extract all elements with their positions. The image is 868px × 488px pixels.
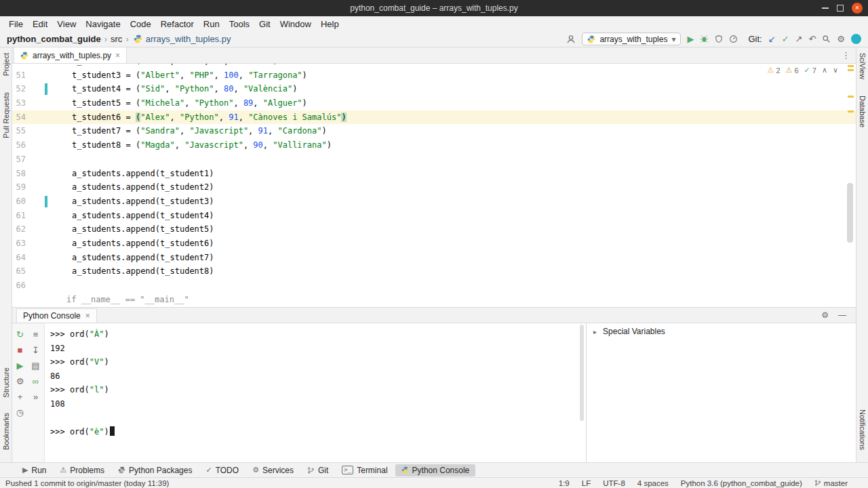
file-encoding[interactable]: UTF-8 bbox=[603, 479, 625, 487]
git-push-button[interactable]: ↗ bbox=[795, 35, 803, 43]
stop-icon[interactable]: ■ bbox=[12, 342, 28, 358]
console-output-line[interactable]: 192 bbox=[50, 342, 580, 356]
close-icon[interactable]: × bbox=[852, 3, 863, 14]
code-line-56[interactable]: 56t_student8 = ("Magda", "Javascript", 9… bbox=[12, 138, 856, 152]
chevron-right-icon[interactable]: ▸ bbox=[593, 328, 597, 336]
warning-stripe-mark[interactable] bbox=[848, 69, 854, 71]
toolwindow-python-packages[interactable]: Python Packages bbox=[112, 464, 198, 476]
menu-run[interactable]: Run bbox=[199, 16, 224, 31]
scroll-to-end-icon[interactable]: ↧ bbox=[28, 342, 43, 358]
sidebar-item-pull-requests[interactable]: Pull Requests bbox=[2, 92, 10, 138]
sidebar-item-project[interactable]: Project bbox=[2, 53, 10, 76]
console-output[interactable]: >>> ord("À")192>>> ord("V")86>>> ord("l"… bbox=[45, 323, 586, 462]
profiler-button[interactable] bbox=[729, 35, 738, 43]
breadcrumb-folder[interactable]: src bbox=[111, 34, 122, 44]
sidebar-item-database[interactable]: Database bbox=[859, 96, 867, 127]
tab-arrays-with-tuples[interactable]: arrays_with_tuples.py × bbox=[14, 47, 127, 63]
toolwindow-todo[interactable]: ✓ TODO bbox=[199, 464, 245, 476]
code-line-50[interactable]: 50t_student2 = ("Laia", "PHP", 98, "Giro… bbox=[12, 64, 856, 68]
history-icon[interactable]: » bbox=[28, 389, 43, 405]
tab-options-icon[interactable]: ⋮ bbox=[842, 50, 850, 60]
minimize-icon[interactable] bbox=[822, 7, 829, 9]
rerun-icon[interactable]: ↻ bbox=[12, 327, 28, 342]
print-icon[interactable]: ▤ bbox=[28, 358, 43, 373]
console-output-line[interactable]: 108 bbox=[50, 397, 580, 411]
toolwindow-terminal[interactable]: >_ Terminal bbox=[336, 464, 393, 476]
menu-code[interactable]: Code bbox=[125, 16, 156, 31]
breadcrumb-file[interactable]: arrays_with_tuples.py bbox=[134, 34, 231, 44]
menu-git[interactable]: Git bbox=[254, 16, 275, 31]
python-interpreter[interactable]: Python 3.6 (python_combat_guide) bbox=[681, 479, 802, 487]
git-rollback-button[interactable]: ↶ bbox=[808, 35, 816, 43]
toolwindow-run[interactable]: ▶ Run bbox=[16, 464, 52, 476]
toolwindow-python-console[interactable]: Python Console bbox=[395, 464, 476, 476]
run-button[interactable]: ▶ bbox=[687, 35, 694, 43]
settings-icon[interactable]: ⚙ bbox=[12, 373, 28, 389]
warning-stripe-mark[interactable] bbox=[848, 96, 854, 98]
breadcrumb-project[interactable]: python_combat_guide bbox=[7, 34, 101, 44]
code-line-63[interactable]: 63a_students.append(t_student6) bbox=[12, 237, 856, 251]
console-blank-line[interactable] bbox=[50, 411, 580, 426]
settings-gear-icon[interactable]: ⚙ bbox=[837, 35, 845, 43]
toolwindow-git[interactable]: Git bbox=[301, 464, 334, 476]
code-line-60[interactable]: 60a_students.append(t_student3) bbox=[12, 195, 856, 209]
menu-refactor[interactable]: Refactor bbox=[156, 16, 199, 31]
code-line-54[interactable]: 54t_student6 = ("Alex", "Python", 91, "C… bbox=[12, 110, 856, 125]
warning-stripe-mark[interactable] bbox=[848, 110, 854, 113]
tab-close-icon[interactable]: × bbox=[115, 51, 120, 60]
indent-style[interactable]: 4 spaces bbox=[637, 479, 669, 487]
code-line-61[interactable]: 61a_students.append(t_student4) bbox=[12, 209, 856, 223]
menu-view[interactable]: View bbox=[52, 16, 81, 31]
sidebar-item-structure[interactable]: Structure bbox=[2, 367, 10, 398]
next-problem-icon[interactable]: ∨ bbox=[833, 66, 838, 75]
menu-file[interactable]: File bbox=[4, 16, 28, 31]
console-input-line[interactable]: >>> ord("è") bbox=[50, 425, 580, 439]
menu-edit[interactable]: Edit bbox=[28, 16, 52, 31]
code-line-66[interactable]: 66 bbox=[12, 279, 856, 293]
sidebar-item-sciview[interactable]: SciView bbox=[859, 53, 867, 79]
console-scrollbar[interactable] bbox=[580, 325, 584, 421]
console-input-line[interactable]: >>> ord("À") bbox=[50, 327, 580, 342]
execute-icon[interactable]: ▶ bbox=[12, 358, 28, 373]
git-update-button[interactable]: ↙ bbox=[768, 35, 776, 43]
caret-position[interactable]: 1:9 bbox=[559, 479, 570, 487]
code-line-52[interactable]: 52t_student4 = ("Sid", "Python", 80, "Va… bbox=[12, 82, 856, 96]
add-icon[interactable]: + bbox=[12, 389, 28, 405]
code-line-62[interactable]: 62a_students.append(t_student5) bbox=[12, 222, 856, 237]
toolwindow-problems[interactable]: ⚠ Problems bbox=[54, 464, 111, 476]
code-editor[interactable]: 50t_student2 = ("Laia", "PHP", 98, "Giro… bbox=[12, 64, 856, 307]
tab-python-console[interactable]: Python Console × bbox=[16, 308, 97, 323]
code-line-59[interactable]: 59a_students.append(t_student2) bbox=[12, 180, 856, 195]
menu-window[interactable]: Window bbox=[275, 16, 316, 31]
toolwindow-services[interactable]: ⚙ Services bbox=[246, 464, 300, 476]
code-line-58[interactable]: 58a_students.append(t_student1) bbox=[12, 167, 856, 181]
code-line-57[interactable]: 57 bbox=[12, 152, 856, 167]
maximize-icon[interactable] bbox=[837, 5, 844, 12]
warning-stripe-mark[interactable] bbox=[848, 65, 854, 67]
code-line-51[interactable]: 51t_student3 = ("Albert", "PHP", 100, "T… bbox=[12, 68, 856, 83]
prev-problem-icon[interactable]: ∧ bbox=[822, 66, 827, 75]
menu-help[interactable]: Help bbox=[316, 16, 344, 31]
sidebar-item-notifications[interactable]: Notifications bbox=[859, 409, 867, 450]
user-icon[interactable] bbox=[566, 35, 576, 44]
sidebar-item-bookmarks[interactable]: Bookmarks bbox=[2, 413, 10, 450]
debug-button[interactable] bbox=[700, 35, 709, 43]
git-commit-button[interactable]: ✓ bbox=[782, 35, 789, 43]
git-branch-widget[interactable]: master bbox=[814, 479, 848, 487]
search-icon[interactable] bbox=[822, 35, 831, 43]
code-line-55[interactable]: 55t_student7 = ("Sandra", "Javascript", … bbox=[12, 124, 856, 138]
console-input-line[interactable]: >>> ord("V") bbox=[50, 355, 580, 369]
command-queue-icon[interactable]: ≡ bbox=[28, 327, 43, 342]
user-avatar[interactable] bbox=[851, 34, 861, 44]
console-input-line[interactable]: >>> ord("l") bbox=[50, 383, 580, 397]
console-settings-gear-icon[interactable]: ⚙ bbox=[821, 310, 829, 320]
inspections-widget[interactable]: ⚠2 ⚠6 ✓7 ∧ ∨ bbox=[765, 66, 841, 75]
menu-navigate[interactable]: Navigate bbox=[81, 16, 125, 31]
code-line-65[interactable]: 65a_students.append(t_student8) bbox=[12, 264, 856, 279]
console-output-line[interactable]: 86 bbox=[50, 369, 580, 384]
code-line-64[interactable]: 64a_students.append(t_student7) bbox=[12, 251, 856, 265]
console-tab-close-icon[interactable]: × bbox=[85, 311, 90, 321]
special-variables-icon[interactable]: ∞ bbox=[28, 373, 43, 389]
editor-scrollbar[interactable] bbox=[847, 183, 853, 243]
timer-icon[interactable]: ◷ bbox=[12, 405, 28, 420]
